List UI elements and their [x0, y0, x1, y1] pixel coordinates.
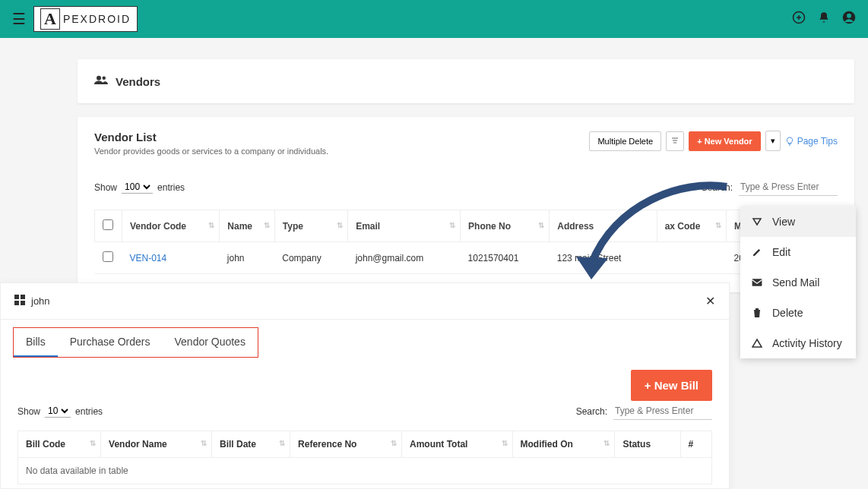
col-ref-no[interactable]: Reference No⇅: [290, 431, 402, 458]
col-bill-code[interactable]: Bill Code⇅: [18, 431, 101, 458]
close-icon[interactable]: ✕: [705, 294, 715, 308]
cell-address: 123 main Street: [550, 242, 657, 274]
svg-rect-8: [752, 279, 762, 286]
detail-name: john: [31, 295, 50, 307]
search-wrap: Search:: [702, 178, 838, 196]
col-status[interactable]: Status: [615, 431, 680, 458]
vendor-list-subtitle: Vendor provides goods or services to a c…: [94, 147, 328, 156]
vendor-list-actions: Multiple Delete + New Vendor ▾ Page Tips: [589, 131, 838, 151]
svg-rect-9: [14, 295, 19, 299]
ctx-history[interactable]: Activity History: [740, 328, 856, 358]
svg-rect-11: [14, 301, 19, 305]
page-tips-link[interactable]: Page Tips: [785, 136, 838, 147]
bills-entries-label: entries: [75, 406, 103, 417]
col-vendor-name[interactable]: Vendor Name⇅: [101, 431, 212, 458]
bills-entries-select[interactable]: 10: [45, 405, 71, 418]
mail-icon: [751, 278, 763, 287]
ctx-view-label: View: [772, 216, 795, 228]
cell-taxcode: [657, 242, 726, 274]
ctx-sendmail[interactable]: Send Mail: [740, 267, 856, 298]
col-address[interactable]: Address: [550, 210, 657, 242]
ctx-delete[interactable]: Delete: [740, 298, 856, 328]
cell-name: john: [220, 242, 274, 274]
ctx-history-label: Activity History: [772, 337, 842, 349]
no-data-row: No data available in table: [18, 458, 712, 484]
ctx-delete-label: Delete: [772, 307, 803, 319]
add-icon[interactable]: [792, 11, 806, 28]
bills-show-label: Show: [17, 406, 40, 417]
ctx-view[interactable]: View: [740, 207, 856, 237]
new-bill-row: + New Bill: [1, 365, 729, 401]
new-vendor-dropdown[interactable]: ▾: [765, 131, 781, 151]
cell-vendor-code[interactable]: VEN-014: [122, 242, 220, 274]
tab-purchase-orders[interactable]: Purchase Orders: [58, 328, 163, 357]
ctx-edit-label: Edit: [772, 246, 790, 258]
vendor-list-title: Vendor List: [94, 131, 328, 144]
detail-header: john ✕: [1, 283, 729, 320]
row-checkbox[interactable]: [103, 251, 113, 262]
sort-icon: ⇅: [208, 221, 214, 229]
col-bill-modified[interactable]: Modified On⇅: [512, 431, 615, 458]
multiple-delete-button[interactable]: Multiple Delete: [589, 131, 661, 151]
bell-icon[interactable]: [818, 11, 830, 27]
tab-vendor-quotes[interactable]: Vendor Quotes: [163, 328, 258, 357]
show-label: Show: [94, 182, 117, 193]
multiple-delete-dropdown[interactable]: [666, 131, 684, 151]
bills-search-label: Search:: [576, 406, 607, 417]
vendor-table: Vendor Code⇅ Name⇅ Type⇅ Email⇅ Phone No…: [94, 210, 838, 274]
vendor-list-header: Vendor List Vendor provides goods or ser…: [94, 131, 838, 156]
logo-letter: A: [40, 8, 60, 30]
col-taxcode[interactable]: ax Code⇅: [657, 210, 726, 242]
pencil-icon: [751, 247, 763, 257]
col-amount[interactable]: Amount Total⇅: [401, 431, 512, 458]
triangle-icon: [751, 338, 763, 349]
svg-point-6: [103, 77, 106, 80]
col-hash[interactable]: #: [680, 431, 711, 458]
triangle-down-icon: [751, 216, 763, 227]
cell-phone: 1021570401: [461, 242, 550, 274]
bills-search-input[interactable]: [613, 402, 712, 420]
tab-highlight-box: Bills Purchase Orders Vendor Quotes: [13, 327, 258, 358]
col-name[interactable]: Name⇅: [220, 210, 274, 242]
topbar-right: [792, 11, 856, 28]
topbar: ☰ A PEXDROID: [0, 0, 868, 38]
tab-bills[interactable]: Bills: [14, 328, 58, 357]
people-icon: [94, 74, 108, 88]
search-label: Search:: [702, 182, 733, 193]
context-menu: View Edit Send Mail Delete Activity Hist…: [740, 207, 856, 358]
tabs-row: Bills Purchase Orders Vendor Quotes: [1, 320, 729, 365]
page-tips-label: Page Tips: [797, 136, 838, 147]
entries-label: entries: [157, 182, 185, 193]
cell-email: john@gmail.com: [348, 242, 461, 274]
hamburger-icon[interactable]: ☰: [12, 10, 26, 28]
entries-select[interactable]: 100: [122, 181, 153, 194]
bills-table-controls: Show 10 entries Search:: [1, 402, 729, 420]
svg-point-5: [97, 76, 101, 80]
cell-type: Company: [274, 242, 347, 274]
col-vendor-code[interactable]: Vendor Code⇅: [122, 210, 220, 242]
ctx-sendmail-label: Send Mail: [772, 276, 819, 289]
vendors-header-card: Vendors: [78, 59, 854, 103]
table-row[interactable]: VEN-014 john Company john@gmail.com 1021…: [95, 242, 838, 274]
col-bill-date[interactable]: Bill Date⇅: [211, 431, 290, 458]
col-email[interactable]: Email⇅: [348, 210, 461, 242]
new-bill-button[interactable]: + New Bill: [631, 370, 712, 401]
trash-icon: [751, 308, 763, 318]
vendor-list-card: Vendor List Vendor provides goods or ser…: [78, 117, 854, 292]
logo[interactable]: A PEXDROID: [33, 6, 138, 32]
grid-icon: [14, 295, 25, 308]
table-controls: Show 100 entries Search:: [94, 178, 838, 196]
select-all-checkbox[interactable]: [103, 219, 113, 230]
svg-rect-12: [21, 301, 25, 305]
user-icon[interactable]: [842, 11, 856, 28]
logo-text: PEXDROID: [63, 13, 131, 25]
search-input[interactable]: [739, 178, 838, 196]
col-type[interactable]: Type⇅: [274, 210, 347, 242]
new-vendor-button[interactable]: + New Vendor: [689, 131, 760, 151]
col-phone[interactable]: Phone No⇅: [461, 210, 550, 242]
page-title: Vendors: [116, 75, 160, 88]
svg-point-4: [847, 13, 851, 17]
bills-table: Bill Code⇅ Vendor Name⇅ Bill Date⇅ Refer…: [17, 431, 712, 484]
vendor-detail-panel: john ✕ Bills Purchase Orders Vendor Quot…: [0, 282, 730, 489]
ctx-edit[interactable]: Edit: [740, 237, 856, 267]
